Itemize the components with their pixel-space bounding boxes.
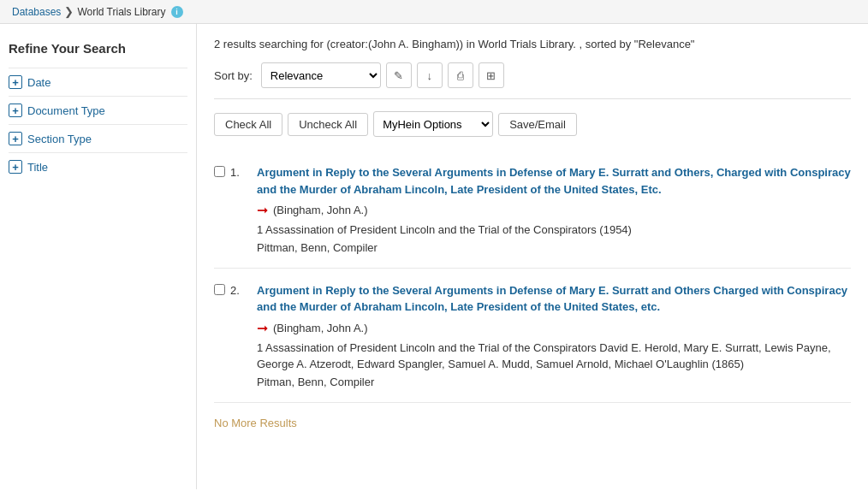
sidebar-item-date-label: Date (27, 76, 51, 89)
result-source-1: 1 Assassination of President Lincoln and… (257, 222, 851, 239)
edit-icon: ✎ (394, 69, 403, 82)
result-item-1: 1. Argument in Reply to the Several Argu… (214, 151, 851, 269)
result-num-1: 1. (230, 166, 240, 179)
print-icon: ⎙ (457, 69, 464, 82)
breadcrumb-current: World Trials Library (77, 6, 165, 18)
result-author-row-1: ➞ (Bingham, John A.) (257, 202, 851, 218)
sidebar-item-document-type-label: Document Type (27, 104, 105, 117)
sidebar-item-title[interactable]: + Title (9, 152, 187, 180)
result-item-2: 2. Argument in Reply to the Several Argu… (214, 269, 851, 403)
plus-icon-document-type: + (9, 104, 22, 117)
result-compiler-2: Pitman, Benn, Compiler (257, 376, 851, 388)
result-title-2[interactable]: Argument in Reply to the Several Argumen… (257, 282, 851, 316)
sidebar-item-section-type[interactable]: + Section Type (9, 124, 187, 152)
arrow-icon-1: ➞ (257, 202, 268, 218)
result-source-2: 1 Assassination of President Lincoln and… (257, 340, 851, 373)
result-left-1: 1. (214, 164, 248, 254)
results-summary: 2 results searching for (creator:(John A… (214, 38, 851, 50)
result-left-2: 2. (214, 282, 248, 388)
arrow-icon-2: ➞ (257, 320, 268, 336)
sidebar-item-title-label: Title (27, 161, 48, 174)
myhein-select[interactable]: MyHein Options (373, 111, 493, 137)
result-compiler-1: Pittman, Benn, Compiler (257, 241, 851, 254)
result-title-1[interactable]: Argument in Reply to the Several Argumen… (257, 164, 851, 198)
no-more-results: No More Results (214, 403, 851, 443)
sort-select[interactable]: Relevance Date Title Author (261, 62, 381, 88)
result-author-1: (Bingham, John A.) (273, 204, 368, 216)
uncheck-all-button[interactable]: Uncheck All (288, 113, 368, 136)
plus-icon-title: + (9, 160, 22, 174)
result-checkbox-1[interactable] (214, 166, 225, 177)
sidebar-title: Refine Your Search (9, 41, 187, 56)
breadcrumb: Databases ❯ World Trials Library i (0, 0, 868, 24)
sidebar-item-document-type[interactable]: + Document Type (9, 96, 187, 124)
toolbar-row: Sort by: Relevance Date Title Author ✎ ↓… (214, 62, 851, 99)
check-row: Check All Uncheck All MyHein Options Sav… (214, 111, 851, 137)
main-layout: Refine Your Search + Date + Document Typ… (0, 24, 868, 489)
grid-button[interactable]: ⊞ (479, 62, 504, 88)
sidebar-item-date[interactable]: + Date (9, 68, 187, 96)
breadcrumb-databases[interactable]: Databases (12, 6, 61, 18)
result-author-row-2: ➞ (Bingham, John A.) (257, 320, 851, 336)
download-button[interactable]: ↓ (417, 62, 443, 88)
edit-button[interactable]: ✎ (386, 62, 412, 88)
content: 2 results searching for (creator:(John A… (197, 24, 868, 489)
save-email-button[interactable]: Save/Email (498, 113, 577, 136)
plus-icon-section-type: + (9, 132, 22, 145)
check-all-button[interactable]: Check All (214, 113, 282, 136)
result-author-2: (Bingham, John A.) (273, 322, 368, 334)
info-icon[interactable]: i (171, 6, 183, 18)
sort-label: Sort by: (214, 69, 253, 82)
result-body-2: Argument in Reply to the Several Argumen… (257, 282, 851, 388)
grid-icon: ⊞ (486, 69, 496, 82)
plus-icon-date: + (9, 75, 22, 89)
print-button[interactable]: ⎙ (448, 62, 473, 88)
result-num-2: 2. (230, 284, 240, 297)
sidebar-item-section-type-label: Section Type (27, 133, 92, 145)
result-checkbox-2[interactable] (214, 284, 225, 295)
sidebar: Refine Your Search + Date + Document Typ… (0, 24, 197, 489)
breadcrumb-separator: ❯ (64, 5, 74, 18)
result-body-1: Argument in Reply to the Several Argumen… (257, 164, 851, 254)
download-icon: ↓ (427, 69, 433, 82)
